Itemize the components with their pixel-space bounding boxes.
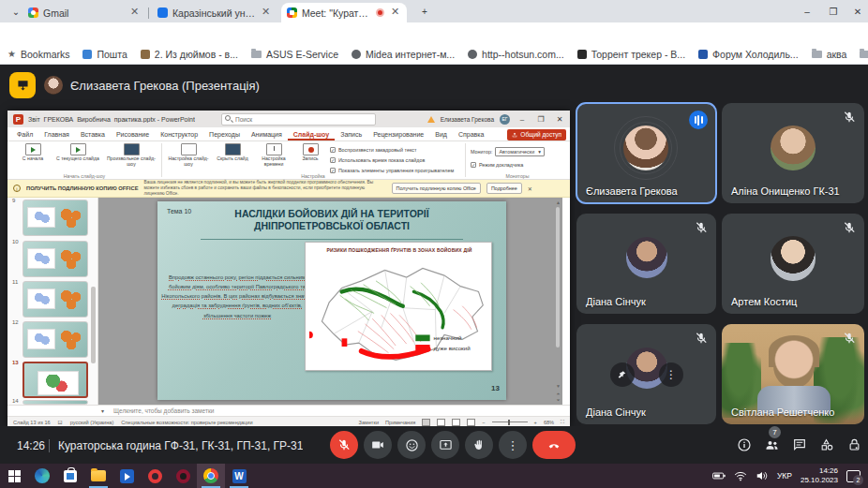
checkbox-presenter-view[interactable]: ✓Режим докладчика xyxy=(471,160,523,169)
rehearse-timings-button[interactable]: Настройка времени xyxy=(253,143,294,171)
bookmark-item[interactable]: http--hotsun.com... xyxy=(468,49,564,60)
ribbon-tab-view[interactable]: Вид xyxy=(429,129,453,140)
comments-toggle[interactable]: Примечания xyxy=(385,420,415,425)
battery-icon[interactable] xyxy=(712,470,726,481)
learn-more-button[interactable]: Подробнее xyxy=(486,183,522,194)
start-button[interactable] xyxy=(0,464,28,488)
display-settings-icon[interactable]: ⊡ xyxy=(58,419,63,425)
ribbon-tab-draw[interactable]: Рисование xyxy=(111,129,155,140)
from-current-slide-button[interactable]: С текущего слайда xyxy=(56,143,99,171)
taskbar-edge[interactable] xyxy=(28,464,56,488)
ribbon-tab-insert[interactable]: Вставка xyxy=(75,129,111,140)
chat-icon[interactable] xyxy=(792,437,807,452)
meeting-info-icon[interactable] xyxy=(737,437,752,452)
bookmark-item[interactable]: аква xyxy=(812,49,847,60)
pin-tile-button[interactable] xyxy=(610,362,635,387)
bookmark-item[interactable]: ★Bookmarks xyxy=(7,49,69,60)
setup-slideshow-button[interactable]: Настройка слайд-шоу xyxy=(165,143,212,171)
reading-view-icon[interactable] xyxy=(452,419,460,426)
slide-thumbnail-13-selected[interactable] xyxy=(22,362,88,398)
notes-bar[interactable]: ▾ Щелкните, чтобы добавить заметки xyxy=(7,405,570,416)
bookmark-item[interactable]: Пошта xyxy=(82,49,127,60)
tile-yelyzaveta-hrekova[interactable]: Єлизавета Грекова xyxy=(576,103,716,203)
ribbon-tab-home[interactable]: Главная xyxy=(38,129,75,140)
raise-hand-button[interactable] xyxy=(465,431,493,459)
reactions-button[interactable] xyxy=(397,431,426,459)
mic-toggle-button[interactable] xyxy=(330,431,358,459)
ppt-close-button[interactable]: ✕ xyxy=(553,115,566,124)
monitor-dropdown[interactable]: Монитор: Автоматически▾ xyxy=(471,147,545,156)
ribbon-tab-design[interactable]: Конструктор xyxy=(155,129,203,140)
scrollbar-thumb[interactable] xyxy=(556,207,560,348)
host-controls-icon[interactable] xyxy=(847,437,861,452)
close-tab-icon[interactable]: ✕ xyxy=(128,7,141,19)
ribbon-tab-review[interactable]: Рецензирование xyxy=(367,129,429,140)
ribbon-tab-animations[interactable]: Анимация xyxy=(246,129,288,140)
slide-thumbnail-panel[interactable]: 9 10 11 12 13 14 xyxy=(7,198,98,405)
participants-icon[interactable] xyxy=(764,437,780,452)
slide-thumbnail-9[interactable] xyxy=(22,200,88,236)
previous-slide-icon[interactable]: ⏶ xyxy=(555,391,561,397)
accessibility-status[interactable]: Специальные возможности: проверьте реком… xyxy=(121,420,252,425)
taskbar-movies[interactable] xyxy=(112,464,141,488)
current-slide[interactable]: Тема 10 НАСЛІДКИ БОЙОВИХ ДІЙ НА ТЕРИТОРІ… xyxy=(157,201,506,400)
ppt-maximize-button[interactable]: ❐ xyxy=(534,115,547,124)
close-tab-icon[interactable]: ✕ xyxy=(260,7,272,19)
canvas-scrollbar[interactable]: ▲ ▼ ⏶ ⏷ xyxy=(555,200,561,402)
slide-thumbnail-11[interactable] xyxy=(22,281,88,318)
normal-view-icon[interactable] xyxy=(422,419,430,426)
camera-toggle-button[interactable] xyxy=(364,431,392,459)
taskbar-chrome-active[interactable] xyxy=(197,464,225,488)
warning-close-icon[interactable]: ✕ xyxy=(528,185,532,192)
tray-clock[interactable]: 14:26 25.10.2023 xyxy=(801,466,838,485)
taskbar-store[interactable] xyxy=(56,464,84,488)
from-beginning-button[interactable]: С начала xyxy=(11,143,54,171)
ribbon-tab-record[interactable]: Запись xyxy=(335,129,367,140)
ppt-minimize-button[interactable]: – xyxy=(516,115,529,124)
ribbon-tab-help[interactable]: Справка xyxy=(453,129,489,140)
tab-meet-active[interactable]: Meet: "Кураторська годин ✕ xyxy=(281,3,407,22)
ppt-account-avatar[interactable]: ЕГ xyxy=(500,114,510,125)
tile-diana-sinchuk-2[interactable]: ⋮ Діана Сінчук xyxy=(576,324,716,424)
taskbar-opera-gx[interactable] xyxy=(169,464,197,488)
checkbox-play-narration[interactable]: ✓Воспроизвести закадровый текст xyxy=(330,145,416,154)
present-screen-button[interactable] xyxy=(431,431,459,459)
ribbon-tab-slideshow[interactable]: Слайд-шоу xyxy=(288,129,335,140)
network-icon[interactable] xyxy=(734,470,747,481)
ppt-account-name[interactable]: Елизавета Грекова xyxy=(441,116,494,123)
fit-to-window-icon[interactable]: ⛶ xyxy=(561,419,564,425)
zoom-in-icon[interactable]: + xyxy=(534,420,537,425)
action-center-icon[interactable]: 2 xyxy=(846,470,861,482)
bookmark-item[interactable]: 2. Из дюймов - в... xyxy=(141,49,238,60)
thumbnail-scrollbar[interactable] xyxy=(91,287,96,363)
slide-thumbnail-10[interactable] xyxy=(22,241,88,277)
record-button[interactable]: Запись xyxy=(294,143,326,171)
window-minimize-button[interactable]: – xyxy=(795,0,819,22)
language-indicator[interactable]: русский (Украина) xyxy=(70,420,114,425)
get-genuine-office-button[interactable]: Получить подлинную копию Office xyxy=(392,183,481,194)
notes-collapse-icon[interactable]: ▾ xyxy=(101,407,104,414)
custom-slideshow-button[interactable]: Произвольное слайд-шоу xyxy=(105,143,157,171)
ribbon-tab-file[interactable]: Файл xyxy=(11,129,38,140)
keyboard-language[interactable]: УКР xyxy=(777,471,792,481)
end-call-button[interactable] xyxy=(532,431,576,459)
bookmark-item[interactable]: Форум Холодиль... xyxy=(698,49,799,60)
bookmark-item[interactable]: ASUS E-Service xyxy=(251,49,338,60)
activities-icon[interactable] xyxy=(819,437,835,452)
taskbar-opera[interactable] xyxy=(141,464,169,488)
tab-university[interactable]: Каразінський університет – к ✕ xyxy=(152,3,277,22)
hide-slide-button[interactable]: Скрыть слайд xyxy=(214,143,251,171)
tile-alina-onyshchenko[interactable]: Аліна Онищенко ГК-31 xyxy=(722,103,864,203)
ppt-share-button[interactable]: Общий доступ xyxy=(507,129,566,140)
taskbar-file-explorer[interactable] xyxy=(84,464,112,488)
new-tab-button[interactable]: + xyxy=(412,0,437,22)
window-maximize-button[interactable]: ❐ xyxy=(821,0,846,22)
volume-icon[interactable] xyxy=(756,470,769,481)
tile-more-options-button[interactable]: ⋮ xyxy=(659,362,683,387)
tile-svitlana-reshetchenko[interactable]: Світлана Решетченко xyxy=(722,324,864,424)
next-slide-icon[interactable]: ⏷ xyxy=(555,397,561,404)
zoom-level[interactable]: 68% xyxy=(544,420,554,425)
close-tab-icon[interactable]: ✕ xyxy=(389,7,401,19)
scroll-up-icon[interactable]: ▲ xyxy=(555,200,561,205)
notes-toggle[interactable]: Заметки xyxy=(359,420,379,425)
